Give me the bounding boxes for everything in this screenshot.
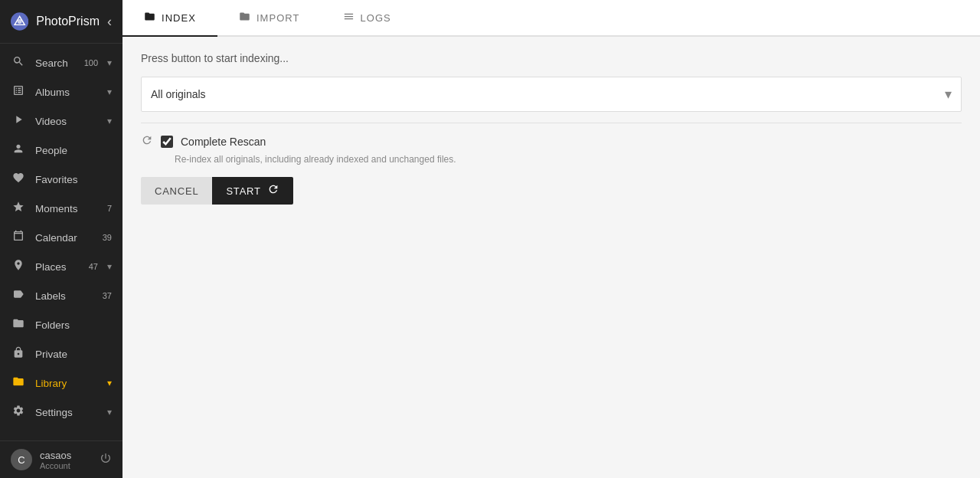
sidebar-item-settings[interactable]: Settings ▾ xyxy=(0,398,122,427)
sidebar-item-settings-label: Settings xyxy=(35,407,98,418)
collapse-sidebar-button[interactable]: ‹ xyxy=(107,14,112,30)
sidebar-item-folders-label: Folders xyxy=(35,319,112,331)
rescan-description: Re-index all originals, including alread… xyxy=(175,154,962,165)
sidebar-header: PhotoPrism ‹ xyxy=(0,0,122,44)
sidebar-item-favorites[interactable]: Favorites xyxy=(0,165,122,194)
logs-tab-label: LOGS xyxy=(361,12,391,24)
cancel-button[interactable]: CANCEL xyxy=(141,177,212,205)
start-icon xyxy=(267,183,279,198)
import-tab-icon xyxy=(239,11,250,25)
videos-icon xyxy=(11,113,26,129)
sidebar-item-people-label: People xyxy=(35,145,112,156)
sidebar-item-calendar[interactable]: Calendar 39 xyxy=(0,223,122,252)
top-tabs: INDEX IMPORT LOGS xyxy=(122,0,980,37)
sidebar-item-places-label: Places xyxy=(35,261,77,273)
app-title: PhotoPrism xyxy=(36,15,100,28)
tab-logs[interactable]: LOGS xyxy=(322,0,413,37)
sidebar-item-videos-expand: ▾ xyxy=(107,116,112,126)
sidebar-item-moments-label: Moments xyxy=(35,203,95,214)
content-area: Press button to start indexing... All or… xyxy=(122,37,980,478)
moments-icon xyxy=(11,201,26,216)
sidebar-item-moments-badge: 7 xyxy=(107,204,112,213)
logs-tab-icon xyxy=(343,11,354,25)
sidebar-item-favorites-label: Favorites xyxy=(35,174,112,185)
folder-select[interactable]: All originals xyxy=(151,88,952,100)
sidebar-item-videos-label: Videos xyxy=(35,116,98,127)
folder-select-wrap[interactable]: All originals ▾ xyxy=(141,77,962,112)
rescan-row: Complete Rescan xyxy=(141,134,962,149)
main-content: INDEX IMPORT LOGS Press button to start … xyxy=(122,0,980,478)
rescan-label[interactable]: Complete Rescan xyxy=(181,136,266,148)
divider xyxy=(141,123,962,123)
sidebar-item-places-expand: ▾ xyxy=(107,261,112,272)
index-tab-icon xyxy=(144,11,155,25)
start-button[interactable]: START xyxy=(212,177,292,205)
labels-icon xyxy=(11,288,26,303)
index-tab-label: INDEX xyxy=(162,12,196,24)
import-tab-label: IMPORT xyxy=(256,12,300,24)
sidebar-item-labels[interactable]: Labels 37 xyxy=(0,281,122,310)
user-avatar: C xyxy=(11,449,32,470)
sidebar-item-albums[interactable]: Albums ▾ xyxy=(0,77,122,106)
sidebar-item-places[interactable]: Places 47 ▾ xyxy=(0,252,122,281)
places-icon xyxy=(11,259,26,274)
favorites-icon xyxy=(11,172,26,187)
calendar-icon xyxy=(11,230,26,245)
settings-icon xyxy=(11,404,26,420)
sidebar-item-search-expand: ▾ xyxy=(107,57,112,68)
sidebar-item-labels-badge: 37 xyxy=(103,291,112,300)
tab-import[interactable]: IMPORT xyxy=(217,0,322,37)
user-name: casaos xyxy=(40,450,92,461)
people-icon xyxy=(11,142,26,158)
sidebar: PhotoPrism ‹ Search 100 ▾ Albums ▾ Video… xyxy=(0,0,122,478)
sidebar-item-search-label: Search xyxy=(35,57,72,69)
folders-icon xyxy=(11,317,26,332)
sidebar-footer: C casaos Account xyxy=(0,440,122,478)
sidebar-item-calendar-badge: 39 xyxy=(103,233,112,242)
nav-items: Search 100 ▾ Albums ▾ Videos ▾ People xyxy=(0,44,122,440)
refresh-icon[interactable] xyxy=(141,134,153,149)
rescan-checkbox[interactable] xyxy=(161,136,173,148)
sidebar-item-private[interactable]: Private xyxy=(0,339,122,368)
sidebar-item-search-badge: 100 xyxy=(84,58,98,67)
app-logo xyxy=(11,9,28,34)
sidebar-item-folders[interactable]: Folders xyxy=(0,310,122,339)
albums-icon xyxy=(11,84,26,100)
action-buttons: CANCEL START xyxy=(141,177,962,205)
sidebar-item-albums-label: Albums xyxy=(35,87,98,98)
sidebar-item-labels-label: Labels xyxy=(35,290,90,302)
sidebar-item-albums-expand: ▾ xyxy=(107,87,112,97)
power-button[interactable] xyxy=(100,452,112,467)
tab-index[interactable]: INDEX xyxy=(122,0,217,37)
sidebar-item-library-expand: ▾ xyxy=(107,378,112,388)
library-icon xyxy=(11,375,26,391)
sidebar-item-settings-expand: ▾ xyxy=(107,407,112,417)
sidebar-item-search[interactable]: Search 100 ▾ xyxy=(0,48,122,77)
user-role: Account xyxy=(40,461,92,470)
press-hint: Press button to start indexing... xyxy=(141,52,962,64)
sidebar-item-library-label: Library xyxy=(35,378,98,389)
start-button-label: START xyxy=(226,185,260,197)
svg-point-2 xyxy=(18,19,22,24)
sidebar-item-library[interactable]: Library ▾ xyxy=(0,368,122,398)
sidebar-item-private-label: Private xyxy=(35,349,112,360)
user-info: casaos Account xyxy=(40,450,92,470)
sidebar-item-people[interactable]: People xyxy=(0,136,122,165)
sidebar-item-places-badge: 47 xyxy=(89,262,98,271)
sidebar-item-moments[interactable]: Moments 7 xyxy=(0,194,122,223)
search-icon xyxy=(11,55,26,70)
sidebar-item-calendar-label: Calendar xyxy=(35,232,90,244)
private-icon xyxy=(11,346,26,362)
sidebar-item-videos[interactable]: Videos ▾ xyxy=(0,106,122,136)
